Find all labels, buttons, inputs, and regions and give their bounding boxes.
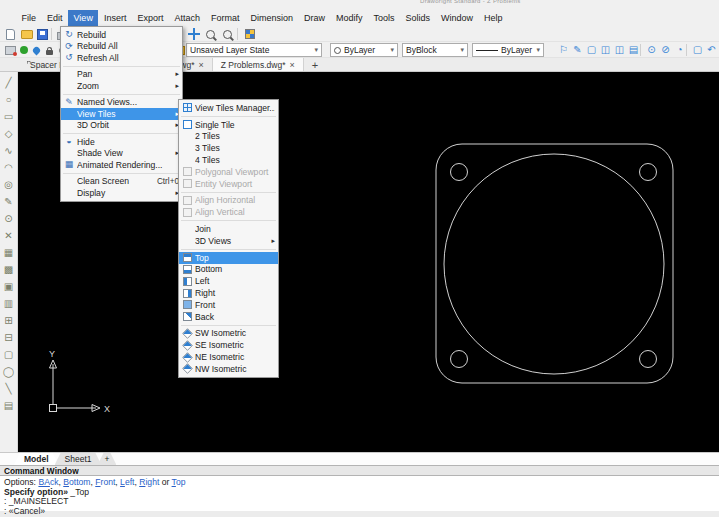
menubar-item-dimension[interactable]: Dimension <box>245 10 299 26</box>
color-combo[interactable]: ByLayer▾ <box>330 43 398 57</box>
menu-item-front[interactable]: Front <box>179 299 278 311</box>
menu-item-top[interactable]: Top <box>179 252 278 264</box>
new-view-icon-button[interactable]: ▢ <box>690 43 705 57</box>
command-option-right[interactable]: Right <box>139 477 159 487</box>
command-window-header[interactable]: Command Window <box>0 465 719 476</box>
block-make-icon-button[interactable]: ⊟ <box>1 329 17 346</box>
viewport-three-icon-button[interactable]: ◫ <box>612 43 627 57</box>
close-icon[interactable]: × <box>289 60 294 70</box>
circle-disabled-icon-button[interactable]: ⊘ <box>658 43 673 57</box>
menu-item-pan[interactable]: Pan▸ <box>61 69 182 81</box>
menu-item-rebuild[interactable]: ↻Rebuild <box>61 29 182 41</box>
new-sheet-tab[interactable]: + <box>98 453 117 465</box>
menubar-item-attach[interactable]: Attach <box>169 10 206 26</box>
command-option-bottom[interactable]: Bottom <box>63 477 90 487</box>
menu-item-named-views[interactable]: ✎Named Views... <box>61 97 182 109</box>
menubar-item-file[interactable]: File <box>16 10 42 26</box>
line-icon-button[interactable]: ╱ <box>1 74 17 91</box>
drawing-explorer-icon-button[interactable] <box>242 27 257 41</box>
rectangle-icon-button[interactable]: ▭ <box>1 108 17 125</box>
arc-icon-button[interactable]: ◠ <box>1 159 17 176</box>
menu-item-refresh-all[interactable]: ↺Refresh All <box>61 52 182 64</box>
hatch-icon-button[interactable]: ▦ <box>1 244 17 261</box>
menubar-item-modify[interactable]: Modify <box>331 10 369 26</box>
sheet-tab-sheet1[interactable]: Sheet1 <box>55 453 102 465</box>
viewport-join-icon-button[interactable]: ▤ <box>626 43 641 57</box>
menubar-item-window[interactable]: Window <box>436 10 479 26</box>
menu-item-3d-orbit[interactable]: 3D Orbit▸ <box>61 120 182 132</box>
menu-item-clean-screen[interactable]: Clean ScreenCtrl+0 <box>61 176 182 188</box>
sheet-tab-model[interactable]: Model <box>14 453 59 465</box>
menu-item-view-tiles-manager[interactable]: View Tiles Manager... <box>179 102 278 114</box>
close-icon[interactable]: × <box>198 60 203 70</box>
menu-item-rebuild-all[interactable]: ⟳Rebuild All <box>61 41 182 53</box>
new-file-icon-button[interactable] <box>3 27 18 41</box>
table-icon-button[interactable]: ▤ <box>1 397 17 414</box>
ray-icon-button[interactable]: ╲ <box>1 380 17 397</box>
open-file-icon-button[interactable] <box>19 27 34 41</box>
menu-item-se-isometric[interactable]: SE Isometric <box>179 339 278 351</box>
ellipse-icon-button[interactable]: ◯ <box>1 363 17 380</box>
save-icon-button[interactable] <box>35 27 50 41</box>
menu-item-3d-views[interactable]: 3D Views▸ <box>179 235 278 247</box>
menu-item-display[interactable]: Display▸ <box>61 187 182 199</box>
menubar-item-tools[interactable]: Tools <box>368 10 400 26</box>
viewport-icon-button[interactable]: ▢ <box>1 346 17 363</box>
zoom-previous-icon-button[interactable] <box>220 27 235 41</box>
lineweight-combo[interactable]: ByLayer▾ <box>472 43 544 57</box>
menubar-item-format[interactable]: Format <box>205 10 245 26</box>
menubar-item-insert[interactable]: Insert <box>98 10 132 26</box>
menu-item-shade-view[interactable]: Shade View▸ <box>61 148 182 160</box>
menu-item-left[interactable]: Left <box>179 275 278 287</box>
undo-view-icon-button[interactable]: ↶ <box>704 43 719 57</box>
donut-icon-button[interactable]: ◎ <box>1 176 17 193</box>
menu-item-nw-isometric[interactable]: NW Isometric <box>179 363 278 375</box>
point-icon-button[interactable]: ⊙ <box>1 210 17 227</box>
circle-icon-button[interactable]: ○ <box>1 91 17 108</box>
sketch-pen-icon-button[interactable]: ✎ <box>570 43 585 57</box>
menubar-item-export[interactable]: Export <box>132 10 169 26</box>
menu-item-zoom[interactable]: Zoom▸ <box>61 80 182 92</box>
command-option-top[interactable]: Top <box>172 477 186 487</box>
menu-item-4-tiles[interactable]: 4 Tiles <box>179 154 278 166</box>
menu-item-bottom[interactable]: Bottom <box>179 264 278 276</box>
menu-item-animated-rendering[interactable]: ▦Animated Rendering... <box>61 159 182 171</box>
menubar-item-help[interactable]: Help <box>479 10 509 26</box>
menubar-item-edit[interactable]: Edit <box>42 10 69 26</box>
flag-icon-button[interactable]: ⚐ <box>556 43 571 57</box>
menubar-item-view[interactable]: View <box>68 10 98 26</box>
command-option-back[interactable]: BAck <box>38 477 58 487</box>
menu-item-3-tiles[interactable]: 3 Tiles <box>179 142 278 154</box>
circle-partial-icon-button[interactable]: ◔ <box>672 43 687 57</box>
menu-item-view-tiles[interactable]: View Tiles▸ <box>61 108 182 120</box>
circle-center-icon-button[interactable]: ⊙ <box>644 43 659 57</box>
new-document-tab[interactable]: + <box>304 58 326 71</box>
menu-item-single-tile[interactable]: Single Tile <box>179 119 278 131</box>
command-option-left[interactable]: Left <box>120 477 134 487</box>
doc-tab-z-problems-dwg[interactable]: Z Problems.dwg*× <box>213 58 304 71</box>
polygon-icon-button[interactable]: ◇ <box>1 125 17 142</box>
menubar-item-solids[interactable]: Solids <box>400 10 436 26</box>
menu-item-right[interactable]: Right <box>179 287 278 299</box>
region-icon-button[interactable]: ▣ <box>1 278 17 295</box>
menubar-item-draw[interactable]: Draw <box>298 10 330 26</box>
spline-icon-button[interactable]: ∿ <box>1 142 17 159</box>
pan-icon-button[interactable] <box>186 27 201 41</box>
menu-item-join[interactable]: Join <box>179 223 278 235</box>
command-window[interactable]: Options: BAck, Bottom, Front, Left, Righ… <box>0 476 719 517</box>
menu-item-2-tiles[interactable]: 2 Tiles <box>179 131 278 143</box>
layer-state-combo[interactable]: Unsaved Layer State▾ <box>186 43 322 57</box>
zoom-realtime-icon-button[interactable] <box>203 27 218 41</box>
menu-item-back[interactable]: Back <box>179 311 278 323</box>
menu-item-sw-isometric[interactable]: SW Isometric <box>179 328 278 340</box>
menu-item-hide[interactable]: ◒Hide <box>61 136 182 148</box>
linetype-combo[interactable]: ByBlock▾ <box>402 43 468 57</box>
image-icon-button[interactable]: ▥ <box>1 295 17 312</box>
viewport-two-icon-button[interactable]: ◫ <box>598 43 613 57</box>
block-insert-icon-button[interactable]: ⊞ <box>1 312 17 329</box>
erase-icon-button[interactable]: ✕ <box>1 227 17 244</box>
gradient-icon-button[interactable]: ▩ <box>1 261 17 278</box>
menu-item-ne-isometric[interactable]: NE Isometric <box>179 351 278 363</box>
sketch-icon-button[interactable]: ✎ <box>1 193 17 210</box>
command-option-front[interactable]: Front <box>95 477 115 487</box>
